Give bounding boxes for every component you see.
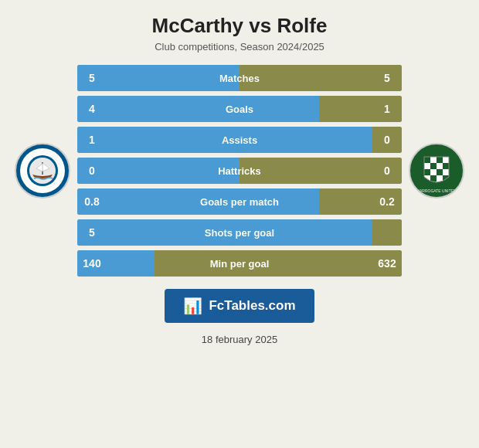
svg-rect-11 [443,163,449,169]
stat-right-value: 0 [372,158,402,184]
stat-row: 1Assists0 [77,127,402,153]
stat-label: Min per goal [107,258,372,270]
stat-row: 140Min per goal632 [77,250,402,277]
date-text: 18 february 2025 [202,334,277,345]
svg-rect-5 [430,157,437,163]
stat-label: Hattricks [107,165,372,177]
stat-row: 5Shots per goal [77,219,402,246]
content-area: 5Matches54Goals11Assists00Hattricks00.8G… [0,57,479,277]
svg-rect-7 [443,157,449,163]
stat-row: 0Hattricks0 [77,158,402,184]
svg-rect-14 [437,169,443,175]
svg-rect-8 [424,163,430,169]
team-logo-left [8,143,77,199]
svg-text:HARROGATE UNITED: HARROGATE UNITED [416,188,457,193]
harrogate-crest-svg: HARROGATE UNITED [410,144,463,197]
stat-row: 4Goals1 [77,96,402,122]
fctables-logo: 📊 FcTables.com [165,289,314,323]
stat-right-value: 0.2 [372,188,402,215]
team-logo-right: HARROGATE UNITED [402,143,471,199]
stat-right-value: 1 [372,96,402,122]
svg-rect-13 [430,169,437,175]
stat-right-value: 0 [372,127,402,153]
plymouth-logo [15,143,70,199]
chart-icon: 📊 [183,297,202,315]
stat-left-value: 0 [77,158,107,184]
stat-right-value [372,219,402,246]
stat-left-value: 5 [77,65,107,91]
fctables-text: FcTables.com [209,298,295,314]
svg-rect-15 [443,169,449,175]
stat-left-value: 140 [77,250,107,277]
svg-rect-18 [437,175,443,182]
stat-left-value: 4 [77,96,107,122]
harrogate-logo: HARROGATE UNITED [409,143,464,199]
stat-left-value: 1 [77,127,107,153]
stat-left-value: 0.8 [77,188,107,215]
stat-row: 0.8Goals per match0.2 [77,188,402,215]
plymouth-crest-svg [26,154,59,187]
stat-right-value: 5 [372,65,402,91]
stat-label: Goals per match [107,196,372,208]
svg-rect-17 [430,175,437,182]
stat-label: Shots per goal [107,227,372,239]
page-title: McCarthy vs Rolfe [152,14,328,38]
stats-container: 5Matches54Goals11Assists00Hattricks00.8G… [77,65,402,277]
svg-rect-10 [437,163,443,169]
svg-rect-4 [424,157,430,163]
svg-rect-9 [430,163,437,169]
stat-right-value: 632 [372,250,402,277]
stat-label: Goals [107,104,372,115]
title-section: McCarthy vs Rolfe Club competitions, Sea… [144,0,335,57]
page-container: McCarthy vs Rolfe Club competitions, Sea… [0,0,479,448]
svg-rect-6 [437,157,443,163]
stat-row: 5Matches5 [77,65,402,91]
page-subtitle: Club competitions, Season 2024/2025 [152,41,328,53]
stat-left-value: 5 [77,219,107,246]
stat-label: Matches [107,73,372,84]
svg-rect-12 [424,169,430,175]
stat-label: Assists [107,134,372,146]
